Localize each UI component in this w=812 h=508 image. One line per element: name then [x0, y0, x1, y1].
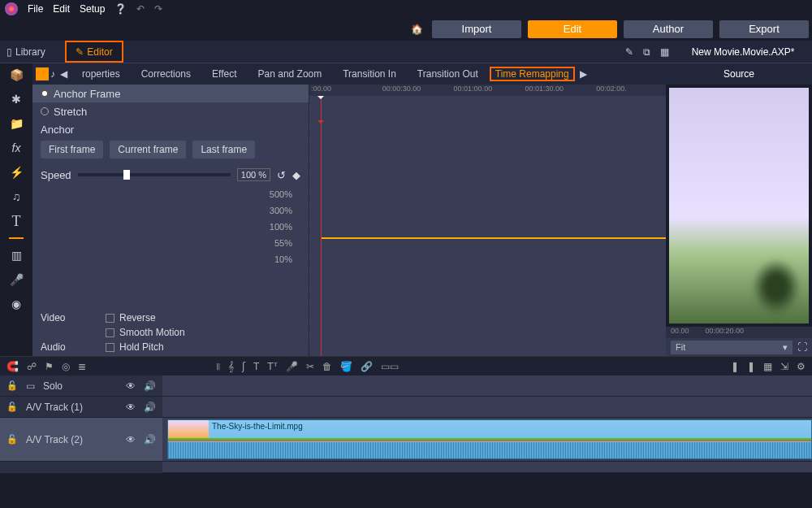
track-label[interactable]: Solo	[43, 380, 118, 392]
track-lane[interactable]	[162, 376, 812, 396]
marker-tool-icon[interactable]: ⚑	[45, 361, 54, 372]
text-tool-icon[interactable]: T	[253, 361, 259, 372]
fx-icon[interactable]: fx	[6, 140, 26, 156]
editor-button[interactable]: ✎ Editor	[65, 41, 123, 63]
grid-icon[interactable]: ▦	[660, 46, 669, 58]
home-button[interactable]: 🏠	[404, 24, 429, 35]
scroll-left-icon[interactable]: ◀	[57, 68, 71, 80]
folder-icon[interactable]: 📁	[6, 115, 26, 132]
speaker-icon[interactable]: 🔊	[144, 402, 156, 413]
lock-icon[interactable]: 🔓	[6, 380, 18, 391]
text2-icon[interactable]: Tᵀ	[267, 361, 277, 372]
cut-icon[interactable]: ✂	[306, 361, 314, 372]
speaker-icon[interactable]: 🔊	[144, 434, 156, 445]
bin-icon[interactable]: 📦	[6, 67, 26, 83]
holdpitch-label: Hold Pitch	[119, 341, 164, 353]
gear-icon[interactable]: ✱	[6, 91, 26, 107]
holdpitch-checkbox[interactable]: Hold Pitch	[106, 341, 300, 353]
note-icon[interactable]: ♪	[50, 68, 55, 80]
menu-setup[interactable]: Setup	[80, 3, 105, 15]
wand-icon[interactable]: ✎	[625, 46, 633, 58]
playhead-marker[interactable]	[321, 96, 322, 356]
fullscreen-icon[interactable]: ⛶	[797, 341, 807, 353]
grid2-icon[interactable]: ▦	[763, 361, 772, 372]
settings-icon[interactable]: ⚙	[797, 361, 806, 372]
tool-icon[interactable]: ☍	[27, 361, 37, 372]
trash-icon[interactable]: 🗑	[322, 361, 332, 372]
subtab-transition-out[interactable]: Transition Out	[408, 68, 488, 80]
clip-thumbnail	[168, 420, 209, 440]
time-mark: 00:00:30.00	[381, 85, 452, 96]
subtab-properties[interactable]: roperties	[72, 68, 130, 80]
subtab-time-remapping[interactable]: Time Remapping	[490, 67, 575, 81]
reverse-checkbox[interactable]: Reverse	[106, 312, 300, 323]
tab-export[interactable]: Export	[719, 20, 809, 38]
out-icon[interactable]: ❚	[747, 361, 755, 372]
library-button[interactable]: ▯ Library	[0, 46, 65, 58]
clip-icon[interactable]	[36, 67, 49, 80]
track-type-icon[interactable]: ▭	[26, 380, 35, 392]
fit-label: Fit	[676, 342, 685, 353]
video-clip[interactable]: The-Sky-is-the-Limit.mpg	[167, 419, 812, 459]
tab-import[interactable]: Import	[432, 20, 521, 38]
undo-icon[interactable]: ↶	[136, 3, 145, 15]
bolt-icon[interactable]: ⚡	[6, 164, 26, 180]
subtab-transition-in[interactable]: Transition In	[333, 68, 406, 80]
track-solo: 🔓 ▭ Solo 👁 🔊	[0, 376, 812, 397]
eye-icon[interactable]: 👁	[126, 434, 136, 445]
speed-value[interactable]: 100 %	[237, 168, 270, 181]
time-ruler: :00.00 00:00:30.00 00:01:00.00 00:01:30.…	[309, 85, 666, 96]
s-icon[interactable]: ʃ	[242, 361, 245, 372]
subtab-panzoom[interactable]: Pan and Zoom	[248, 68, 332, 80]
target-icon[interactable]: ◎	[62, 361, 70, 372]
track-label[interactable]: A/V Track (2)	[26, 434, 118, 445]
current-frame-button[interactable]: Current frame	[110, 141, 186, 158]
fit-dropdown[interactable]: Fit ▾	[671, 341, 793, 354]
radio-anchor-frame[interactable]: Anchor Frame	[32, 85, 309, 102]
subtab-corrections[interactable]: Corrections	[132, 68, 201, 80]
menu-edit[interactable]: Edit	[53, 3, 70, 15]
redo-icon[interactable]: ↷	[154, 3, 162, 15]
eye-icon[interactable]: 👁	[126, 380, 136, 392]
speaker-icon[interactable]: 🔊	[144, 380, 156, 392]
speed-graph[interactable]: :00.00 00:00:30.00 00:01:00.00 00:01:30.…	[309, 85, 666, 356]
bucket-icon[interactable]: 🪣	[340, 361, 352, 372]
help-icon[interactable]: ❔	[114, 3, 127, 15]
eye-icon[interactable]: 👁	[126, 402, 136, 413]
keyframe-icon[interactable]: ◆	[292, 169, 300, 181]
smooth-checkbox[interactable]: Smooth Motion	[106, 327, 300, 338]
disc-icon[interactable]: ◉	[6, 296, 26, 312]
speed-slider[interactable]	[78, 173, 231, 176]
slider-thumb[interactable]	[123, 170, 130, 180]
scroll-right-icon[interactable]: ▶	[577, 68, 590, 80]
music-icon[interactable]: ♫	[6, 189, 26, 205]
lock-icon[interactable]: 🔓	[6, 402, 18, 412]
treble-icon[interactable]: 𝄞	[228, 361, 234, 372]
last-frame-button[interactable]: Last frame	[192, 141, 255, 158]
menu-file[interactable]: File	[28, 3, 43, 15]
track-lane[interactable]: The-Sky-is-the-Limit.mpg	[162, 418, 812, 461]
scale-100: 100%	[41, 219, 300, 235]
time-mark: 00:02:00.	[594, 85, 666, 96]
audio-icon[interactable]: 🎤	[6, 271, 26, 288]
radio-stretch[interactable]: Stretch	[41, 102, 300, 120]
piano-icon[interactable]: ▥	[6, 247, 26, 263]
tab-edit[interactable]: Edit	[528, 20, 617, 38]
track-label[interactable]: A/V Track (1)	[26, 402, 118, 413]
reset-icon[interactable]: ↺	[277, 169, 286, 181]
track-lane[interactable]	[162, 397, 812, 417]
levels-icon[interactable]: ⫴	[216, 361, 220, 372]
first-frame-button[interactable]: First frame	[41, 141, 103, 158]
tab-author[interactable]: Author	[624, 20, 713, 38]
magnet-icon[interactable]: 🧲	[6, 361, 19, 372]
text-icon[interactable]: T	[6, 213, 26, 229]
link-icon[interactable]: 🔗	[361, 361, 373, 372]
subtab-effect[interactable]: Effect	[202, 68, 246, 80]
fit-icon[interactable]: ⇲	[780, 361, 788, 372]
lock-icon[interactable]: 🔓	[6, 434, 18, 445]
layers-icon[interactable]: ≣	[78, 361, 86, 372]
frames-icon[interactable]: ▭▭	[381, 361, 399, 372]
in-icon[interactable]: ❚	[731, 361, 739, 372]
copy-icon[interactable]: ⧉	[643, 46, 650, 58]
mic-icon[interactable]: 🎤	[286, 361, 298, 372]
